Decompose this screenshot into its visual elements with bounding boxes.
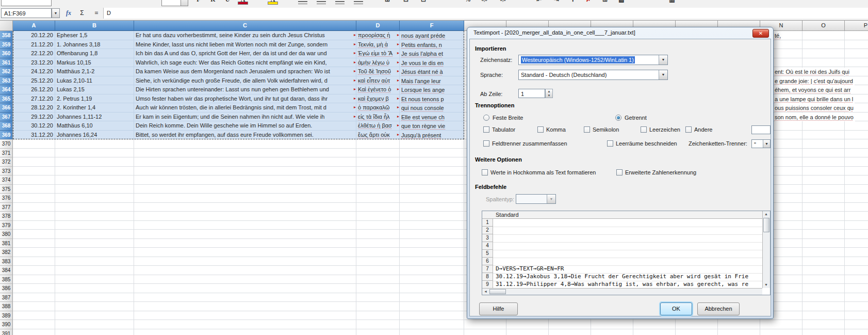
cell-B369[interactable]: Johannes 16,24: [55, 131, 134, 140]
column-header-B[interactable]: B: [55, 21, 134, 31]
background-color-icon[interactable]: ▨: [615, 0, 628, 6]
cell-D373[interactable]: [356, 167, 400, 176]
delete-decimal-icon[interactable]: 0,0: [496, 0, 510, 6]
column-header-P[interactable]: P: [845, 21, 868, 31]
cell-B367[interactable]: Johannes 1,11-12: [55, 113, 134, 122]
row-header-371[interactable]: 371: [0, 149, 13, 158]
cell-F391[interactable]: [400, 329, 464, 335]
cell-B385[interactable]: [55, 275, 134, 284]
cell-A362[interactable]: 24.12.20: [13, 67, 55, 76]
cell-C376[interactable]: [134, 194, 356, 203]
cell-O375[interactable]: [803, 185, 845, 194]
cell-P374[interactable]: [845, 176, 868, 185]
cell-F374[interactable]: [400, 176, 464, 185]
komma-checkbox[interactable]: [537, 126, 544, 133]
cell-A363[interactable]: 25.12.20: [13, 76, 55, 86]
cell-D358[interactable]: προορίσας ἡ▸: [356, 31, 400, 40]
cell-D367[interactable]: εἰς τὰ ἴδια ἦλ▸: [356, 113, 400, 122]
cell[interactable]: [633, 320, 676, 329]
cell-A378[interactable]: [13, 212, 55, 221]
close-icon[interactable]: ✕: [752, 29, 769, 38]
cell-D386[interactable]: [356, 284, 400, 293]
cell-C371[interactable]: [134, 149, 356, 158]
import-preview[interactable]: Standard 1234567D→VERS→TEXT→GR→EN→FR830.…: [482, 211, 771, 295]
cell-F378[interactable]: [400, 212, 464, 221]
cell-B376[interactable]: [55, 194, 134, 203]
cell-B390[interactable]: [55, 320, 134, 329]
column-header-F[interactable]: F: [400, 21, 464, 31]
cell-C359[interactable]: Meine Kinder, lasst uns nicht lieben mit…: [134, 40, 356, 50]
cell-A382[interactable]: [13, 248, 55, 257]
cell-P379[interactable]: [845, 221, 868, 230]
cell-D369[interactable]: ἕως ἄρτι οὐκ▸: [356, 131, 400, 140]
getrennt-label[interactable]: Getrennt: [625, 115, 647, 121]
cell-A387[interactable]: [13, 293, 55, 302]
row-header-374[interactable]: 374: [0, 176, 13, 185]
cell-A364[interactable]: 26.12.20: [13, 85, 55, 94]
cell-C370[interactable]: [134, 139, 356, 149]
cell-O358[interactable]: [803, 31, 845, 40]
leerzeichen-label[interactable]: Leerzeichen: [649, 126, 680, 133]
cell-B359[interactable]: 1. Johannes 3,18: [55, 40, 134, 50]
cell-C380[interactable]: [134, 230, 356, 239]
cell-B364[interactable]: Lukas 2,15: [55, 85, 134, 94]
row-header-378[interactable]: 378: [0, 212, 13, 221]
hilfe-button[interactable]: Hilfe: [479, 302, 518, 315]
ok-button[interactable]: OK: [660, 302, 692, 315]
cell-A379[interactable]: [13, 221, 55, 230]
cell-N391[interactable]: [760, 329, 803, 335]
cell-P386[interactable]: [845, 284, 868, 293]
cell-D380[interactable]: [356, 230, 400, 239]
chevron-down-icon[interactable]: ▼: [659, 70, 667, 79]
cell-O369[interactable]: [803, 131, 845, 140]
cell-A385[interactable]: [13, 275, 55, 284]
row-header-372[interactable]: 372: [0, 157, 13, 167]
cell-B366[interactable]: 2. Korinther 1,4: [55, 103, 134, 113]
cell-B383[interactable]: [55, 257, 134, 266]
cell-C385[interactable]: [134, 275, 356, 284]
cell-D376[interactable]: [356, 194, 400, 203]
cell-C369[interactable]: Bittet, so werdet ihr empfangen, auf das…: [134, 131, 356, 140]
cell-D360[interactable]: Ἐγώ εἰμι τὸ Ἄ▸: [356, 49, 400, 58]
column-header-D[interactable]: D: [356, 21, 400, 31]
cell-B382[interactable]: [55, 248, 134, 257]
cell-P371[interactable]: [845, 149, 868, 158]
merge-cells-icon[interactable]: ⊞: [381, 0, 394, 6]
row-header-369[interactable]: 369: [0, 131, 13, 140]
row-header-377[interactable]: 377: [0, 203, 13, 212]
cell-D366[interactable]: ὁ παρακαλῶ▸: [356, 103, 400, 113]
font-size-combo[interactable]: [161, 0, 181, 6]
cell-P388[interactable]: [845, 302, 868, 311]
tabulator-label[interactable]: Tabulator: [492, 126, 515, 133]
column-header-A[interactable]: A: [13, 21, 55, 31]
name-box[interactable]: A1:F369: [1, 8, 52, 18]
cell-A381[interactable]: [13, 239, 55, 248]
cell-P377[interactable]: [845, 203, 868, 212]
cell-D391[interactable]: [356, 329, 400, 335]
cell-P369[interactable]: [845, 131, 868, 140]
cell-B373[interactable]: [55, 167, 134, 176]
row-header-364[interactable]: 364: [0, 85, 13, 94]
cell-C361[interactable]: Wahrlich, ich sage euch: Wer das Reich G…: [134, 58, 356, 68]
cell-A383[interactable]: [13, 257, 55, 266]
preview-column-header[interactable]: Standard: [482, 211, 762, 219]
cell-D381[interactable]: [356, 239, 400, 248]
zk-trenner-select[interactable]: " ▼: [751, 139, 771, 148]
cell-F385[interactable]: [400, 275, 464, 284]
cell-B372[interactable]: [55, 157, 134, 167]
row-header-386[interactable]: 386: [0, 284, 13, 293]
cell-C389[interactable]: [134, 311, 356, 321]
cell-C387[interactable]: [134, 293, 356, 302]
align-justify-icon[interactable]: [352, 0, 365, 6]
cell-D374[interactable]: [356, 176, 400, 185]
cell-A390[interactable]: [13, 320, 55, 329]
cell[interactable]: [464, 320, 506, 329]
cell-F383[interactable]: [400, 257, 464, 266]
chevron-down-icon[interactable]: ▼: [763, 140, 770, 148]
cell-P359[interactable]: [845, 40, 868, 50]
semikolon-label[interactable]: Semikolon: [593, 126, 619, 133]
cell-C377[interactable]: [134, 203, 356, 212]
cell-D372[interactable]: [356, 157, 400, 167]
cell-C367[interactable]: Er kam in sein Eigentum; und die Seinen …: [134, 113, 356, 122]
scrollbar-thumb[interactable]: [763, 218, 769, 232]
